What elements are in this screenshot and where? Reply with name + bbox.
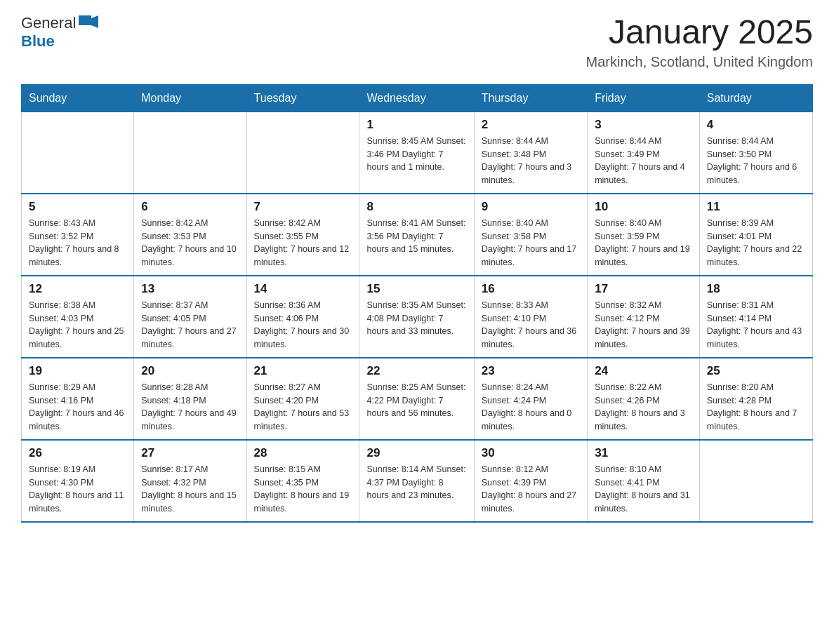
- calendar-cell: 20Sunrise: 8:28 AM Sunset: 4:18 PM Dayli…: [134, 358, 246, 440]
- calendar-cell: 19Sunrise: 8:29 AM Sunset: 4:16 PM Dayli…: [22, 358, 134, 440]
- day-number: 7: [254, 200, 352, 214]
- month-title: January 2025: [586, 14, 814, 51]
- day-number: 31: [595, 446, 692, 460]
- day-number: 20: [141, 364, 239, 378]
- day-number: 16: [482, 282, 580, 296]
- calendar-cell: 10Sunrise: 8:40 AM Sunset: 3:59 PM Dayli…: [588, 194, 700, 276]
- day-number: 22: [366, 364, 466, 378]
- calendar-week-row: 19Sunrise: 8:29 AM Sunset: 4:16 PM Dayli…: [22, 358, 813, 440]
- day-number: 25: [707, 364, 805, 378]
- calendar-cell: 14Sunrise: 8:36 AM Sunset: 4:06 PM Dayli…: [246, 276, 359, 358]
- svg-marker-1: [91, 15, 98, 28]
- calendar-cell: 17Sunrise: 8:32 AM Sunset: 4:12 PM Dayli…: [588, 276, 700, 358]
- day-info: Sunrise: 8:38 AM Sunset: 4:03 PM Dayligh…: [29, 299, 126, 351]
- day-info: Sunrise: 8:17 AM Sunset: 4:32 PM Dayligh…: [141, 463, 239, 516]
- day-number: 8: [366, 200, 466, 214]
- day-info: Sunrise: 8:37 AM Sunset: 4:05 PM Dayligh…: [141, 299, 239, 351]
- logo-blue-text: Blue: [21, 32, 98, 51]
- day-number: 4: [707, 118, 805, 132]
- col-header-thursday: Thursday: [474, 84, 587, 112]
- day-number: 2: [482, 118, 580, 132]
- day-info: Sunrise: 8:24 AM Sunset: 4:24 PM Dayligh…: [482, 381, 580, 434]
- calendar-cell: 4Sunrise: 8:44 AM Sunset: 3:50 PM Daylig…: [699, 112, 812, 194]
- location-subtitle: Markinch, Scotland, United Kingdom: [586, 54, 814, 70]
- calendar-week-row: 12Sunrise: 8:38 AM Sunset: 4:03 PM Dayli…: [22, 276, 813, 358]
- day-info: Sunrise: 8:19 AM Sunset: 4:30 PM Dayligh…: [29, 463, 126, 516]
- day-info: Sunrise: 8:31 AM Sunset: 4:14 PM Dayligh…: [707, 299, 805, 351]
- day-info: Sunrise: 8:42 AM Sunset: 3:53 PM Dayligh…: [141, 217, 239, 269]
- calendar-cell: 28Sunrise: 8:15 AM Sunset: 4:35 PM Dayli…: [246, 440, 359, 522]
- calendar-cell: 6Sunrise: 8:42 AM Sunset: 3:53 PM Daylig…: [134, 194, 246, 276]
- day-info: Sunrise: 8:25 AM Sunset: 4:22 PM Dayligh…: [366, 381, 466, 420]
- calendar-cell: 21Sunrise: 8:27 AM Sunset: 4:20 PM Dayli…: [246, 358, 359, 440]
- day-info: Sunrise: 8:44 AM Sunset: 3:48 PM Dayligh…: [482, 135, 580, 187]
- calendar-cell: [22, 112, 134, 194]
- day-number: 30: [482, 446, 580, 460]
- col-header-saturday: Saturday: [699, 84, 812, 112]
- day-info: Sunrise: 8:10 AM Sunset: 4:41 PM Dayligh…: [595, 463, 692, 516]
- calendar-cell: 8Sunrise: 8:41 AM Sunset: 3:56 PM Daylig…: [359, 194, 474, 276]
- day-info: Sunrise: 8:12 AM Sunset: 4:39 PM Dayligh…: [482, 463, 580, 516]
- calendar-cell: 30Sunrise: 8:12 AM Sunset: 4:39 PM Dayli…: [474, 440, 587, 522]
- day-number: 6: [141, 200, 239, 214]
- day-info: Sunrise: 8:41 AM Sunset: 3:56 PM Dayligh…: [366, 217, 466, 256]
- calendar-cell: 24Sunrise: 8:22 AM Sunset: 4:26 PM Dayli…: [588, 358, 700, 440]
- calendar-week-row: 26Sunrise: 8:19 AM Sunset: 4:30 PM Dayli…: [22, 440, 813, 522]
- day-info: Sunrise: 8:15 AM Sunset: 4:35 PM Dayligh…: [254, 463, 352, 516]
- calendar-week-row: 5Sunrise: 8:43 AM Sunset: 3:52 PM Daylig…: [22, 194, 813, 276]
- day-info: Sunrise: 8:45 AM Sunset: 3:46 PM Dayligh…: [366, 135, 466, 174]
- calendar-cell: 5Sunrise: 8:43 AM Sunset: 3:52 PM Daylig…: [22, 194, 134, 276]
- day-info: Sunrise: 8:44 AM Sunset: 3:50 PM Dayligh…: [707, 135, 805, 187]
- day-number: 23: [482, 364, 580, 378]
- calendar-cell: 2Sunrise: 8:44 AM Sunset: 3:48 PM Daylig…: [474, 112, 587, 194]
- day-info: Sunrise: 8:44 AM Sunset: 3:49 PM Dayligh…: [595, 135, 692, 187]
- calendar-cell: 23Sunrise: 8:24 AM Sunset: 4:24 PM Dayli…: [474, 358, 587, 440]
- calendar-table: SundayMondayTuesdayWednesdayThursdayFrid…: [21, 84, 813, 523]
- day-number: 9: [482, 200, 580, 214]
- calendar-header-row: SundayMondayTuesdayWednesdayThursdayFrid…: [22, 84, 813, 112]
- day-number: 5: [29, 200, 126, 214]
- day-number: 11: [707, 200, 805, 214]
- logo-general-word: General: [21, 14, 76, 32]
- calendar-cell: 31Sunrise: 8:10 AM Sunset: 4:41 PM Dayli…: [588, 440, 700, 522]
- day-number: 24: [595, 364, 692, 378]
- day-info: Sunrise: 8:33 AM Sunset: 4:10 PM Dayligh…: [482, 299, 580, 351]
- day-number: 1: [366, 118, 466, 132]
- calendar-cell: 11Sunrise: 8:39 AM Sunset: 4:01 PM Dayli…: [699, 194, 812, 276]
- col-header-sunday: Sunday: [22, 84, 134, 112]
- day-number: 17: [595, 282, 692, 296]
- day-info: Sunrise: 8:22 AM Sunset: 4:26 PM Dayligh…: [595, 381, 692, 434]
- calendar-cell: 13Sunrise: 8:37 AM Sunset: 4:05 PM Dayli…: [134, 276, 246, 358]
- day-number: 19: [29, 364, 126, 378]
- page-header: General Blue January 2025 Markinch, Scot…: [21, 14, 813, 70]
- logo: General Blue: [21, 14, 98, 51]
- calendar-cell: [246, 112, 359, 194]
- calendar-cell: 9Sunrise: 8:40 AM Sunset: 3:58 PM Daylig…: [474, 194, 587, 276]
- day-info: Sunrise: 8:29 AM Sunset: 4:16 PM Dayligh…: [29, 381, 126, 434]
- day-number: 29: [366, 446, 466, 460]
- day-number: 26: [29, 446, 126, 460]
- calendar-cell: 29Sunrise: 8:14 AM Sunset: 4:37 PM Dayli…: [359, 440, 474, 522]
- day-number: 13: [141, 282, 239, 296]
- col-header-friday: Friday: [588, 84, 700, 112]
- day-number: 27: [141, 446, 239, 460]
- day-info: Sunrise: 8:42 AM Sunset: 3:55 PM Dayligh…: [254, 217, 352, 269]
- title-section: January 2025 Markinch, Scotland, United …: [586, 14, 814, 70]
- calendar-cell: 25Sunrise: 8:20 AM Sunset: 4:28 PM Dayli…: [699, 358, 812, 440]
- day-info: Sunrise: 8:20 AM Sunset: 4:28 PM Dayligh…: [707, 381, 805, 434]
- day-info: Sunrise: 8:40 AM Sunset: 3:59 PM Dayligh…: [595, 217, 692, 269]
- calendar-week-row: 1Sunrise: 8:45 AM Sunset: 3:46 PM Daylig…: [22, 112, 813, 194]
- day-info: Sunrise: 8:40 AM Sunset: 3:58 PM Dayligh…: [482, 217, 580, 269]
- svg-marker-0: [79, 15, 91, 25]
- calendar-cell: 12Sunrise: 8:38 AM Sunset: 4:03 PM Dayli…: [22, 276, 134, 358]
- day-number: 18: [707, 282, 805, 296]
- day-number: 14: [254, 282, 352, 296]
- day-number: 12: [29, 282, 126, 296]
- calendar-cell: 18Sunrise: 8:31 AM Sunset: 4:14 PM Dayli…: [699, 276, 812, 358]
- day-info: Sunrise: 8:36 AM Sunset: 4:06 PM Dayligh…: [254, 299, 352, 351]
- col-header-wednesday: Wednesday: [359, 84, 474, 112]
- calendar-cell: 15Sunrise: 8:35 AM Sunset: 4:08 PM Dayli…: [359, 276, 474, 358]
- day-number: 10: [595, 200, 692, 214]
- day-info: Sunrise: 8:43 AM Sunset: 3:52 PM Dayligh…: [29, 217, 126, 269]
- day-number: 3: [595, 118, 692, 132]
